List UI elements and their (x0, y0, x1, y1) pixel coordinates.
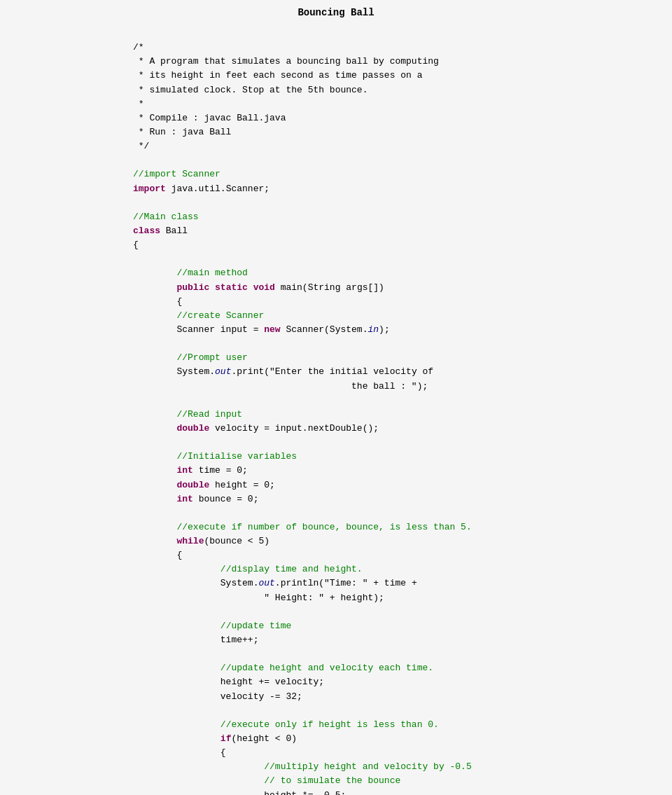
code-line (133, 310, 176, 321)
code-keyword: int (176, 465, 192, 476)
code-line: /* * A program that simulates a bouncing… (133, 42, 439, 151)
code-line (133, 409, 176, 420)
code-line: bounce = 0; (193, 494, 259, 504)
code-line (133, 663, 220, 673)
code-line (133, 352, 176, 363)
code-comment: //execute if number of bounce, bounce, i… (176, 522, 471, 532)
code-line: Scanner(System. (281, 324, 368, 335)
code-line: System. (133, 366, 215, 377)
code-comment: //display time and height. (220, 564, 363, 574)
code-comment: //main method (176, 268, 247, 278)
code-keyword: double (176, 480, 209, 490)
code-keyword: class (133, 226, 160, 236)
code-block: /* * A program that simulates a bouncing… (0, 27, 672, 795)
code-comment: //Initialise variables (176, 451, 297, 462)
code-line: height *= -0.5; velocity *= -0.5; (133, 790, 357, 795)
code-line (133, 564, 220, 574)
code-line: ); (379, 324, 390, 335)
code-line (133, 268, 176, 278)
code-line (133, 282, 176, 293)
code-line: velocity = input.nextDouble(); (209, 423, 379, 434)
code-keyword: public static void (176, 282, 274, 293)
code-comment: //execute only if height is less than 0. (220, 719, 439, 730)
code-keyword: new (264, 324, 280, 335)
code-line (133, 733, 220, 744)
code-comment: //update time (220, 621, 291, 631)
code-comment: //Read input (176, 409, 242, 420)
code-comment: //Prompt user (176, 352, 247, 363)
page-container: Bouncing Ball /* * A program that simula… (0, 0, 672, 795)
code-line (133, 423, 176, 434)
code-comment: //create Scanner (176, 310, 264, 321)
code-line (133, 451, 176, 462)
code-line: height += velocity; velocity -= 32; (133, 677, 324, 701)
code-comment: //update height and velocity each time. (220, 663, 433, 673)
code-line (133, 536, 176, 546)
code-keyword: double (176, 423, 209, 434)
code-keyword: if (220, 733, 232, 744)
code-comment: //import Scanner (133, 169, 220, 179)
code-keyword: int (176, 494, 192, 504)
code-line (133, 761, 264, 772)
code-comment: //Main class (133, 212, 199, 222)
code-line: System. (133, 578, 258, 588)
code-line: java.util.Scanner; (166, 184, 270, 194)
page-title: Bouncing Ball (0, 7, 672, 18)
code-italic: out (258, 578, 274, 588)
code-italic: out (215, 366, 231, 377)
code-line (133, 719, 220, 730)
code-line: Scanner input = (133, 324, 264, 335)
code-line (133, 465, 176, 476)
code-line (133, 621, 220, 631)
code-italic: in (368, 324, 379, 335)
code-line: time++; (133, 635, 258, 645)
code-keyword: while (176, 536, 204, 546)
code-keyword: import (133, 184, 166, 194)
code-line (133, 522, 176, 532)
